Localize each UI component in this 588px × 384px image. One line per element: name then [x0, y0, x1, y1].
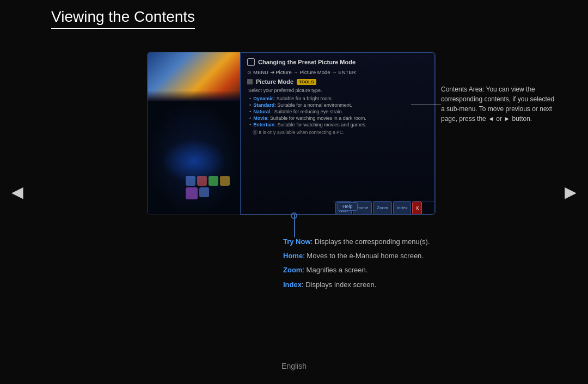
- desc-home-text: : Moves to the e-Manual home screen.: [303, 252, 424, 260]
- icon-box-5: [186, 187, 198, 199]
- desc-index-text: : Displays index screen.: [302, 281, 376, 289]
- content-panel: Changing the Preset Picture Mode ⊙ MENU …: [240, 52, 435, 215]
- menu-path-line: ⊙ MENU ➜ Picture → Picture Mode → ENTER: [247, 69, 428, 75]
- list-item-entertain: Entertain: Suitable for watching movies …: [249, 122, 428, 127]
- contents-area-label: Contents Area: You can view the correspo…: [441, 84, 555, 124]
- icon-box-6: [199, 187, 209, 197]
- note-line: ⓪ It is only available when connecting a…: [253, 130, 428, 136]
- term-home: Home: [283, 252, 303, 260]
- nav-arrow-right[interactable]: ►: [561, 181, 580, 204]
- tools-badge: TOOLS: [297, 79, 316, 85]
- menu-icon: ⊙: [247, 70, 252, 75]
- section-title-text: Picture Mode: [256, 78, 293, 85]
- desc-try-now: Try Now: Displays the corresponding menu…: [283, 237, 501, 247]
- icon-box-2: [197, 176, 207, 186]
- footer-language: English: [281, 362, 307, 370]
- list-item-standard: Standard: Suitable for a normal environm…: [249, 102, 428, 108]
- checkbox-icon: [247, 58, 255, 66]
- help-button[interactable]: Help: [338, 202, 358, 211]
- screen-toolbar: Help Try Now Home Zoom Index X: [333, 201, 434, 214]
- tv-image-top: [148, 52, 240, 101]
- desc-home: Home: Moves to the e-Manual home screen.: [283, 251, 501, 261]
- screen-header-title: Changing the Preset Picture Mode: [258, 59, 356, 65]
- icons-cluster: [186, 176, 235, 199]
- connector-dot: [291, 212, 297, 219]
- content-panel-header: Changing the Preset Picture Mode: [247, 58, 428, 66]
- tv-image-bottom: [148, 101, 240, 215]
- desc-index: Index: Displays index screen.: [283, 280, 501, 290]
- content-description: Select your preferred picture type.: [248, 88, 428, 93]
- menu-path-text: MENU ➜ Picture → Picture Mode → ENTER: [253, 69, 356, 75]
- list-item-natural: Natural : Suitable for reducing eye stra…: [249, 109, 428, 114]
- icon-box-3: [209, 176, 218, 186]
- icon-box-1: [186, 176, 195, 186]
- page-title: Viewing the Contents: [51, 8, 195, 29]
- list-item-movie: Movie: Suitable for watching movies in a…: [249, 115, 428, 121]
- label-connector-line: [411, 105, 441, 105]
- list-item-dynamic: Dynamic: Suitable for a bright room.: [249, 96, 428, 101]
- zoom-button[interactable]: Zoom: [373, 202, 391, 215]
- desc-zoom: Zoom: Magnifies a screen.: [283, 265, 501, 275]
- desc-zoom-text: : Magnifies a screen.: [302, 266, 367, 274]
- section-title-bar: Picture Mode TOOLS: [247, 78, 428, 85]
- descriptions-section: Try Now: Displays the corresponding menu…: [283, 237, 501, 294]
- section-dot-icon: [247, 79, 253, 84]
- icon-box-4: [220, 176, 230, 186]
- tv-image-panel: [148, 52, 240, 215]
- close-button[interactable]: X: [412, 202, 422, 215]
- term-index: Index: [283, 281, 302, 289]
- term-try-now: Try Now: [283, 237, 311, 246]
- term-zoom: Zoom: [283, 266, 302, 274]
- screen-mockup: Changing the Preset Picture Mode ⊙ MENU …: [147, 52, 436, 215]
- desc-try-now-text: : Displays the corresponding menu(s).: [311, 237, 430, 246]
- picture-mode-list: Dynamic: Suitable for a bright room. Sta…: [249, 96, 428, 127]
- nav-arrow-left[interactable]: ◄: [8, 181, 27, 204]
- index-button[interactable]: Index: [393, 202, 412, 215]
